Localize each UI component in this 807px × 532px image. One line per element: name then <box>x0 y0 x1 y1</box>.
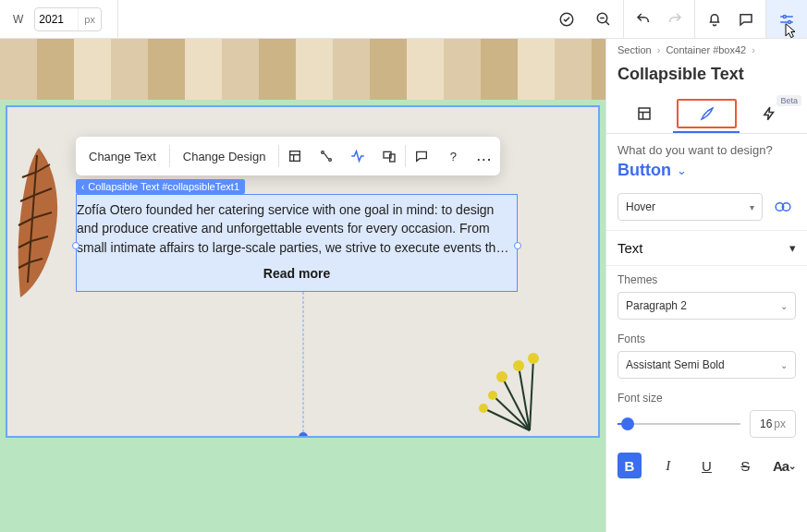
zoom-out-icon[interactable] <box>595 11 612 28</box>
inspector-panel: Section › Container #box42 › Collapsible… <box>605 39 807 532</box>
fontsize-input[interactable]: 16px <box>750 410 796 438</box>
svg-point-33 <box>329 159 332 162</box>
chevron-right-icon: › <box>657 44 661 55</box>
chevron-right-icon: › <box>752 44 755 55</box>
slider-knob[interactable] <box>621 417 634 430</box>
design-target-section: What do you want to design? Button ⌄ <box>606 134 807 184</box>
hero-image <box>0 39 605 100</box>
more-button[interactable]: ... <box>469 137 500 175</box>
redo-icon[interactable] <box>666 11 683 28</box>
reset-style-button[interactable] <box>770 194 796 220</box>
section-resize-handle[interactable] <box>299 432 308 438</box>
svg-point-24 <box>496 371 507 382</box>
collapsible-text-element[interactable]: Zofía Otero founded her catering service… <box>76 194 518 292</box>
comment-icon[interactable] <box>738 11 754 28</box>
themes-group: Themes Paragraph 2 ⌄ <box>606 266 807 325</box>
svg-rect-8 <box>639 108 650 119</box>
text-accordion-label: Text <box>617 240 643 256</box>
change-design-button[interactable]: Change Design <box>170 137 279 175</box>
layout-icon[interactable] <box>279 137 311 175</box>
panel-tabs: Beta <box>606 93 807 134</box>
theme-select[interactable]: Paragraph 2 ⌄ <box>617 292 796 320</box>
crumb-container[interactable]: Container #box42 <box>666 44 746 55</box>
width-input-wrap: px <box>34 7 102 31</box>
fontsize-value: 16 <box>760 417 772 430</box>
fonts-label: Fonts <box>617 332 796 345</box>
resize-handle-right[interactable] <box>514 242 521 249</box>
center-guide <box>302 292 303 438</box>
check-circle-icon[interactable] <box>558 11 575 28</box>
change-text-button[interactable]: Change Text <box>76 137 169 175</box>
stage: Change Text Change Design ? ... ‹ Collap… <box>0 100 605 532</box>
beta-badge: Beta <box>776 95 801 106</box>
fontsize-group: Font size 16px <box>606 384 807 443</box>
selection-tag[interactable]: ‹ Collapsible Text #collapsibleText1 <box>76 179 245 194</box>
breadcrumb: Section › Container #box42 › <box>606 39 807 61</box>
fontsize-slider[interactable] <box>617 415 740 433</box>
section-frame[interactable]: Change Text Change Design ? ... ‹ Collap… <box>6 105 600 438</box>
capitalize-button[interactable]: Aa⌄ <box>772 453 796 478</box>
chevron-left-icon: ‹ <box>81 182 84 192</box>
fonts-group: Fonts Assistant Semi Bold ⌄ <box>606 325 807 384</box>
svg-point-5 <box>783 15 786 18</box>
leaf-decoration <box>11 144 67 299</box>
responsive-icon[interactable] <box>373 137 405 175</box>
fontsize-label: Font size <box>617 392 796 405</box>
text-accordion-header[interactable]: Text ▾ <box>606 231 807 266</box>
collapsible-text-body: Zofía Otero founded her catering service… <box>77 200 517 257</box>
font-select[interactable]: Assistant Semi Bold ⌄ <box>617 351 796 379</box>
top-bar: W px <box>0 0 807 39</box>
design-target-select[interactable]: Button <box>617 161 671 180</box>
state-select-value: Hover <box>626 200 655 213</box>
undo-icon[interactable] <box>635 11 652 28</box>
svg-point-28 <box>479 404 488 413</box>
caret-down-icon: ▾ <box>789 241 796 255</box>
underline-button[interactable]: U <box>695 453 719 478</box>
svg-point-26 <box>528 353 539 364</box>
svg-rect-29 <box>290 151 300 162</box>
font-select-value: Assistant Semi Bold <box>626 358 725 371</box>
chevron-down-icon: ▾ <box>750 202 754 212</box>
undo-redo-group <box>624 0 695 38</box>
bold-button[interactable]: B <box>617 453 642 478</box>
themes-label: Themes <box>617 273 796 286</box>
bell-icon[interactable] <box>706 11 723 28</box>
svg-line-3 <box>605 21 609 25</box>
animation-icon[interactable] <box>342 137 373 175</box>
capitalize-label: Aa <box>773 458 789 474</box>
design-question: What do you want to design? <box>617 143 796 157</box>
width-unit: px <box>78 8 101 30</box>
chevron-down-icon: ⌄ <box>780 301 788 311</box>
theme-select-value: Paragraph 2 <box>626 299 687 312</box>
read-more-button[interactable]: Read more <box>77 266 517 281</box>
svg-point-25 <box>513 360 524 371</box>
fontsize-unit: px <box>774 417 786 430</box>
strike-button[interactable]: S <box>733 453 757 478</box>
resize-handle-left[interactable] <box>72 242 79 249</box>
svg-point-32 <box>322 151 324 154</box>
svg-point-27 <box>488 391 497 400</box>
text-format-row: B I U S Aa⌄ <box>606 443 807 488</box>
tab-design[interactable] <box>677 99 738 128</box>
help-button[interactable]: ? <box>437 137 469 175</box>
floating-toolbar: Change Text Change Design ? ... <box>76 137 500 175</box>
notify-comment-group <box>695 0 766 38</box>
italic-button[interactable]: I <box>656 453 680 478</box>
topbar-tools <box>118 0 624 38</box>
panel-title: Collapsible Text <box>606 61 807 93</box>
chat-icon[interactable] <box>406 137 437 175</box>
inspector-toggle[interactable] <box>766 0 807 38</box>
connector-icon[interactable] <box>311 137 342 175</box>
crumb-section[interactable]: Section <box>617 44 652 55</box>
canvas-width-group: W px <box>0 0 118 38</box>
state-select[interactable]: Hover ▾ <box>617 193 763 221</box>
width-label: W <box>7 13 29 26</box>
state-row: Hover ▾ <box>606 184 807 231</box>
width-input[interactable] <box>35 13 78 26</box>
chevron-down-icon[interactable]: ⌄ <box>677 163 687 177</box>
tab-layout[interactable] <box>616 99 673 128</box>
selection-tag-label: Collapsible Text #collapsibleText1 <box>88 181 239 192</box>
flower-decoration <box>465 340 548 432</box>
chevron-down-icon: ⌄ <box>780 360 788 370</box>
canvas[interactable]: Change Text Change Design ? ... ‹ Collap… <box>0 39 605 532</box>
